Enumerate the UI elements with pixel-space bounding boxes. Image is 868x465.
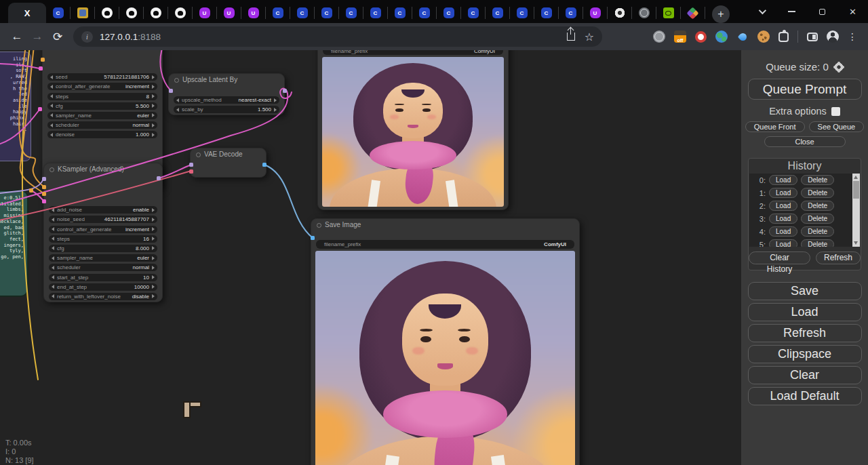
widget-row[interactable]: sampler_name euler xyxy=(47,112,157,119)
browser-menu-icon[interactable]: ⋮ xyxy=(848,35,857,39)
browser-tab[interactable] xyxy=(339,7,363,19)
widget-row[interactable]: scheduler normal xyxy=(49,264,157,271)
earth-extension-icon[interactable] xyxy=(715,31,728,43)
increment-arrow-icon[interactable] xyxy=(274,108,277,112)
history-refresh-button[interactable]: Refresh xyxy=(816,251,861,264)
menu-button[interactable]: Refresh xyxy=(748,324,862,342)
decrement-arrow-icon[interactable] xyxy=(176,98,179,102)
decrement-arrow-icon[interactable] xyxy=(52,256,54,260)
scroll-down-icon[interactable] xyxy=(854,241,858,245)
browser-tab[interactable] xyxy=(534,7,559,19)
decrement-arrow-icon[interactable] xyxy=(52,266,54,270)
vae-output-slot[interactable] xyxy=(262,163,267,167)
filename-prefix-widget[interactable]: filename_prefix ComfyUI xyxy=(323,50,503,55)
widget-row[interactable]: scheduler normal xyxy=(47,121,157,129)
save-image-node-top[interactable]: filename_prefix ComfyUI xyxy=(317,50,509,210)
history-scrollbar[interactable] xyxy=(852,174,860,247)
vae-decode-node[interactable]: VAE Decode xyxy=(190,148,267,178)
widget-row[interactable]: sampler_name euler xyxy=(49,254,157,262)
increment-arrow-icon[interactable] xyxy=(152,133,155,137)
browser-tab[interactable] xyxy=(681,7,705,19)
node-title[interactable]: VAE Decode xyxy=(191,148,266,161)
ksa-input-slot[interactable] xyxy=(42,199,46,203)
history-delete-button[interactable]: Delete xyxy=(801,214,834,224)
increment-arrow-icon[interactable] xyxy=(152,256,155,260)
browser-tab[interactable] xyxy=(656,7,681,19)
widget-row[interactable]: noise_seed 462118145887707 xyxy=(49,216,157,223)
increment-arrow-icon[interactable] xyxy=(152,85,155,89)
queue-front-button[interactable]: Queue Front xyxy=(745,121,805,132)
history-delete-button[interactable]: Delete xyxy=(801,175,834,185)
widget-row[interactable]: add_noise enable xyxy=(49,206,157,214)
share-icon[interactable] xyxy=(567,33,575,41)
browser-tab[interactable] xyxy=(559,7,583,19)
increment-arrow-icon[interactable] xyxy=(152,246,155,250)
side-panel-icon[interactable] xyxy=(807,33,818,41)
restore-button[interactable] xyxy=(807,0,837,23)
increment-arrow-icon[interactable] xyxy=(274,98,277,102)
decrement-arrow-icon[interactable] xyxy=(50,104,53,108)
decrement-arrow-icon[interactable] xyxy=(52,275,54,279)
browser-tab[interactable] xyxy=(632,7,656,19)
upscale-output-slot[interactable] xyxy=(283,89,287,93)
decrement-arrow-icon[interactable] xyxy=(176,108,179,112)
history-load-button[interactable]: Load xyxy=(769,175,797,185)
increment-arrow-icon[interactable] xyxy=(152,294,155,298)
decrement-arrow-icon[interactable] xyxy=(50,123,53,127)
browser-tab[interactable] xyxy=(266,7,290,19)
widget-row[interactable]: scale_by 1.500 xyxy=(174,106,279,113)
see-queue-button[interactable]: See Queue xyxy=(809,121,865,132)
browser-tab[interactable] xyxy=(412,7,437,19)
vae-input-slot[interactable] xyxy=(189,169,193,174)
history-delete-button[interactable]: Delete xyxy=(801,239,834,247)
history-delete-button[interactable]: Delete xyxy=(801,188,834,198)
increment-arrow-icon[interactable] xyxy=(152,123,155,127)
increment-arrow-icon[interactable] xyxy=(152,75,155,79)
forward-button[interactable]: → xyxy=(27,26,47,47)
decrement-arrow-icon[interactable] xyxy=(52,227,54,231)
extra-options-checkbox[interactable] xyxy=(831,107,840,116)
node-title[interactable]: Upscale Latent By xyxy=(169,74,284,86)
decrement-arrow-icon[interactable] xyxy=(50,85,53,89)
increment-arrow-icon[interactable] xyxy=(152,208,155,212)
off-badge-extension-icon[interactable] xyxy=(674,31,686,43)
increment-arrow-icon[interactable] xyxy=(152,266,155,270)
widget-row[interactable]: control_after_generate increment xyxy=(47,83,157,90)
history-load-button[interactable]: Load xyxy=(769,239,797,247)
ksa-output-slot[interactable] xyxy=(157,176,161,180)
decrement-arrow-icon[interactable] xyxy=(50,133,53,137)
tab-search-chevron-icon[interactable] xyxy=(746,0,776,23)
browser-tab[interactable] xyxy=(217,7,241,19)
site-info-icon[interactable]: i xyxy=(81,31,93,43)
widget-row[interactable]: end_at_step 10000 xyxy=(49,283,157,291)
scrollbar-thumb[interactable] xyxy=(853,181,859,199)
slot-dot-pink[interactable] xyxy=(39,66,43,70)
close-window-button[interactable]: ✕ xyxy=(837,0,868,23)
increment-arrow-icon[interactable] xyxy=(152,275,155,279)
browser-tab[interactable] xyxy=(388,7,412,19)
browser-tab[interactable] xyxy=(193,7,217,19)
history-load-button[interactable]: Load xyxy=(769,201,797,211)
node-title[interactable]: Save Image xyxy=(311,219,579,231)
positive-prompt-node[interactable]: ilingile,soft, RAW,urredh theledasideile… xyxy=(0,52,31,161)
browser-tab[interactable] xyxy=(168,7,193,19)
widget-row[interactable]: control_after_generate increment xyxy=(49,226,157,233)
save-image-input-slot[interactable] xyxy=(311,236,315,240)
upscale-latent-node[interactable]: Upscale Latent By upscale_method nearest… xyxy=(168,73,285,115)
menu-button[interactable]: Save xyxy=(748,282,862,300)
reload-button[interactable]: ⟳ xyxy=(47,26,68,47)
ksa-input-slot[interactable] xyxy=(42,192,46,196)
slot-dot-orange[interactable] xyxy=(41,58,45,62)
close-button[interactable]: Close xyxy=(764,136,846,147)
increment-arrow-icon[interactable] xyxy=(152,227,155,231)
node-title[interactable]: KSampler (Advanced) xyxy=(44,163,162,176)
browser-tab[interactable] xyxy=(119,7,144,19)
increment-arrow-icon[interactable] xyxy=(152,285,155,289)
browser-tab[interactable] xyxy=(363,7,388,19)
cookie-extension-icon[interactable] xyxy=(757,31,770,43)
widget-row[interactable]: seed 578122121881706 xyxy=(47,73,157,81)
increment-arrow-icon[interactable] xyxy=(152,94,155,98)
widget-row[interactable]: start_at_step 10 xyxy=(49,274,157,281)
widget-row[interactable]: denoise 1.000 xyxy=(47,131,157,138)
bookmark-star-icon[interactable]: ☆ xyxy=(585,31,594,43)
